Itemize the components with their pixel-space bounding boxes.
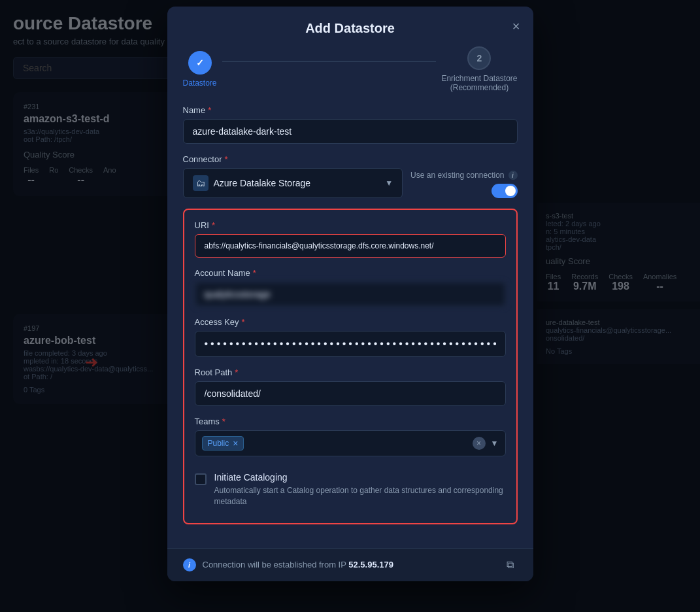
info-icon: i [508, 171, 518, 180]
add-datastore-modal: Add Datastore × ✓ Datastore 2 Enrichment… [167, 7, 533, 581]
step-line [222, 61, 437, 62]
modal-body: Name * Connector * 🗂 Azure Datalake Stor… [167, 105, 533, 548]
account-name-required: * [253, 268, 256, 278]
modal-header: Add Datastore × [167, 7, 533, 46]
connector-name: Azure Datalake Storage [214, 178, 311, 188]
teams-actions: × ▼ [473, 437, 499, 450]
connector-label: Connector * [183, 154, 403, 164]
chevron-down-icon: ▼ [385, 178, 393, 188]
steps-container: ✓ Datastore 2 Enrichment Datastore(Recom… [167, 46, 533, 105]
root-path-required: * [235, 367, 238, 377]
teams-field-group: Teams * Public × × ▼ [195, 416, 506, 456]
step-1-label: Datastore [183, 78, 217, 88]
connector-required: * [224, 154, 227, 164]
checkbox-text: Initiate Cataloging Automatically start … [214, 472, 506, 507]
modal-close-button[interactable]: × [510, 17, 523, 35]
access-key-label: Access Key * [195, 317, 506, 327]
connector-select-left: 🗂 Azure Datalake Storage [193, 175, 311, 191]
azure-icon: 🗂 [193, 175, 208, 191]
root-path-input[interactable] [195, 381, 506, 406]
connector-group: Connector * 🗂 Azure Datalake Storage ▼ [183, 154, 403, 198]
teams-input[interactable]: Public × × ▼ [195, 430, 506, 456]
uri-required: * [212, 220, 215, 230]
access-key-input[interactable] [195, 331, 506, 357]
name-field-group: Name * [183, 105, 518, 144]
initiate-cataloging-checkbox[interactable] [195, 473, 207, 485]
initiate-cataloging-title: Initiate Cataloging [214, 472, 506, 483]
account-name-field-group: Account Name * [195, 268, 506, 307]
account-name-input[interactable] [195, 282, 506, 307]
step-2: 2 Enrichment Datastore(Recommended) [441, 46, 517, 92]
footer-connection-text: Connection will be established from IP 5… [203, 560, 393, 570]
name-input[interactable] [183, 119, 518, 144]
teams-chevron-icon: ▼ [491, 439, 499, 448]
public-tag: Public × [202, 436, 244, 450]
initiate-cataloging-row: Initiate Cataloging Automatically start … [195, 467, 506, 513]
step-2-label: Enrichment Datastore(Recommended) [441, 74, 517, 92]
name-label: Name * [183, 105, 518, 115]
modal-title: Add Datastore [305, 21, 395, 36]
step-1-circle: ✓ [188, 51, 212, 75]
step-2-circle: 2 [467, 46, 491, 70]
teams-label: Teams * [195, 416, 506, 426]
access-key-required: * [241, 317, 244, 327]
root-path-label: Root Path * [195, 367, 506, 377]
uri-label: URI * [195, 220, 506, 230]
initiate-cataloging-desc: Automatically start a Catalog operation … [214, 485, 506, 507]
uri-input[interactable] [195, 234, 506, 258]
copy-ip-button[interactable]: ⧉ [503, 558, 518, 572]
name-required: * [208, 105, 211, 115]
access-key-field-group: Access Key * [195, 317, 506, 357]
use-existing-toggle[interactable] [492, 184, 518, 198]
highlight-section: URI * Account Name * Access Ke [183, 209, 518, 524]
teams-required: * [222, 416, 225, 426]
modal-overlay: Add Datastore × ✓ Datastore 2 Enrichment… [0, 0, 700, 612]
connector-select[interactable]: 🗂 Azure Datalake Storage ▼ [183, 168, 403, 198]
modal-footer: i Connection will be established from IP… [167, 548, 533, 581]
info-circle-icon: i [183, 558, 196, 571]
root-path-field-group: Root Path * [195, 367, 506, 406]
step-1: ✓ Datastore [183, 51, 217, 88]
connector-row: Connector * 🗂 Azure Datalake Storage ▼ U… [183, 154, 518, 198]
account-name-label: Account Name * [195, 268, 506, 278]
teams-clear-button[interactable]: × [473, 437, 486, 450]
uri-field-group: URI * [195, 220, 506, 258]
tag-close-icon[interactable]: × [233, 439, 238, 448]
footer-ip: 52.5.95.179 [348, 560, 393, 570]
use-existing-label: Use an existing connection i [410, 171, 517, 180]
connection-toggle-group: Use an existing connection i [410, 171, 517, 198]
